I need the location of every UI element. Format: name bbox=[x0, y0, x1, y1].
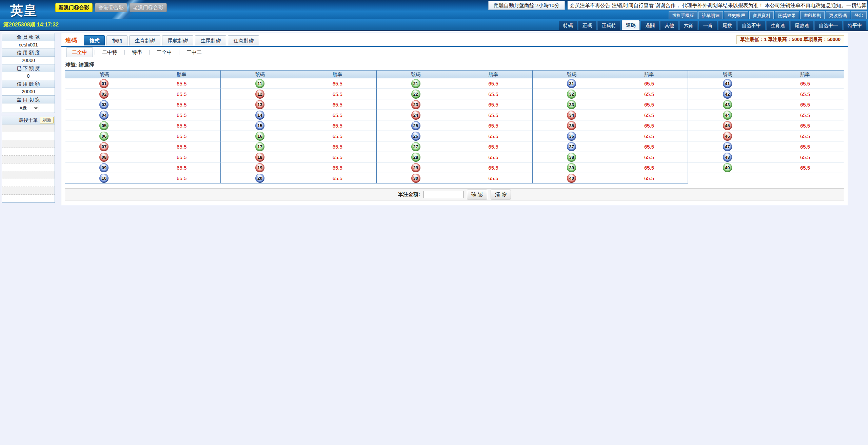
ball-cell-45[interactable]: 45 bbox=[688, 120, 766, 131]
ball-07: 07 bbox=[99, 142, 108, 151]
ball-cell-30[interactable]: 30 bbox=[377, 173, 455, 183]
ball-cell-04[interactable]: 04 bbox=[65, 110, 143, 120]
game-tab-7[interactable]: 六肖 bbox=[679, 21, 698, 30]
user-link-1[interactable]: 切换手機版 bbox=[669, 11, 697, 20]
clear-button[interactable]: 清 除 bbox=[491, 190, 511, 199]
mode-tab-3[interactable]: 生肖對碰 bbox=[129, 35, 160, 45]
ball-cell-19[interactable]: 19 bbox=[221, 162, 299, 173]
sub-tab-4[interactable]: 三全中 bbox=[151, 48, 177, 57]
ball-cell-44[interactable]: 44 bbox=[688, 110, 766, 120]
refresh-button[interactable]: 刷新 bbox=[40, 117, 54, 123]
ball-cell-15[interactable]: 15 bbox=[221, 120, 299, 131]
ball-cell-08[interactable]: 08 bbox=[65, 152, 143, 162]
period-and-time: 第2025308期 14:17:32 bbox=[3, 21, 59, 28]
game-tab-3[interactable]: 正碼特 bbox=[597, 21, 620, 30]
ball-cell-07[interactable]: 07 bbox=[65, 141, 143, 152]
user-link-8[interactable]: 登出 bbox=[851, 11, 867, 20]
ball-cell-34[interactable]: 34 bbox=[533, 110, 611, 120]
ball-cell-17[interactable]: 17 bbox=[221, 141, 299, 152]
ball-cell-18[interactable]: 18 bbox=[221, 152, 299, 162]
ball-cell-02[interactable]: 02 bbox=[65, 89, 143, 99]
odds-cell-31: 65.5 bbox=[611, 78, 689, 89]
ball-cell-24[interactable]: 24 bbox=[377, 110, 455, 120]
user-link-7[interactable]: 更改密碼 bbox=[826, 11, 850, 20]
bet-amount-input[interactable] bbox=[423, 191, 463, 198]
user-link-2[interactable]: 註單明細 bbox=[698, 11, 723, 20]
mode-tab-2[interactable]: 拖頭 bbox=[106, 35, 127, 45]
ball-cell-26[interactable]: 26 bbox=[377, 131, 455, 141]
game-tab-9[interactable]: 尾数 bbox=[718, 21, 736, 30]
ball-cell-25[interactable]: 25 bbox=[377, 120, 455, 131]
ball-cell-21[interactable]: 21 bbox=[377, 78, 455, 89]
game-tab-6[interactable]: 其他 bbox=[660, 21, 678, 30]
lottery-tab-3[interactable]: 老澳门⑥合彩 bbox=[130, 3, 167, 12]
ball-cell-36[interactable]: 36 bbox=[533, 131, 611, 141]
game-tab-11[interactable]: 生肖連 bbox=[766, 21, 789, 30]
ball-cell-39[interactable]: 39 bbox=[533, 162, 611, 173]
ball-cell-14[interactable]: 14 bbox=[221, 110, 299, 120]
mode-tab-1[interactable]: 複式 bbox=[84, 35, 105, 45]
ball-32: 32 bbox=[567, 90, 576, 99]
game-tab-10[interactable]: 自选不中 bbox=[737, 21, 765, 30]
ball-cell-03[interactable]: 03 bbox=[65, 99, 143, 110]
ball-cell-32[interactable]: 32 bbox=[533, 89, 611, 99]
ball-cell-23[interactable]: 23 bbox=[377, 99, 455, 110]
sub-tab-5[interactable]: 三中二 bbox=[181, 48, 207, 57]
ball-cell-28[interactable]: 28 bbox=[377, 152, 455, 162]
ball-cell-12[interactable]: 12 bbox=[221, 89, 299, 99]
user-link-5[interactable]: 開獎結果 bbox=[775, 11, 799, 20]
account-field-value-2: 20000 bbox=[2, 57, 55, 64]
ball-cell-29[interactable]: 29 bbox=[377, 162, 455, 173]
game-tab-4[interactable]: 連碼 bbox=[622, 20, 640, 30]
mode-tab-4[interactable]: 尾數對碰 bbox=[162, 35, 193, 45]
ball-cell-48[interactable]: 48 bbox=[688, 152, 766, 162]
ball-cell-06[interactable]: 06 bbox=[65, 131, 143, 141]
ball-cell-47[interactable]: 47 bbox=[688, 141, 766, 152]
account-field-label-1: 會員帳號 bbox=[2, 33, 55, 41]
account-field-label-4: 信用餘額 bbox=[2, 80, 55, 88]
ball-26: 26 bbox=[411, 132, 420, 141]
game-tab-8[interactable]: 一肖 bbox=[699, 21, 717, 30]
lottery-tab-2[interactable]: 香港⑥合彩 bbox=[95, 3, 127, 12]
ball-cell-16[interactable]: 16 bbox=[221, 131, 299, 141]
user-link-4[interactable]: 會員資料 bbox=[749, 11, 774, 20]
ball-cell-38[interactable]: 38 bbox=[533, 152, 611, 162]
ball-cell-22[interactable]: 22 bbox=[377, 89, 455, 99]
ball-cell-05[interactable]: 05 bbox=[65, 120, 143, 131]
ball-cell-43[interactable]: 43 bbox=[688, 99, 766, 110]
game-tab-13[interactable]: 自选中一 bbox=[814, 21, 842, 30]
ball-cell-40[interactable]: 40 bbox=[533, 173, 611, 183]
ball-cell-11[interactable]: 11 bbox=[221, 78, 299, 89]
ball-cell-46[interactable]: 46 bbox=[688, 131, 766, 141]
sub-tab-3[interactable]: 特串 bbox=[126, 48, 147, 57]
ball-cell-09[interactable]: 09 bbox=[65, 162, 143, 173]
ball-cell-33[interactable]: 33 bbox=[533, 99, 611, 110]
ball-cell-01[interactable]: 01 bbox=[65, 78, 143, 89]
mode-tab-5[interactable]: 生尾對碰 bbox=[195, 35, 226, 45]
ball-cell-37[interactable]: 37 bbox=[533, 141, 611, 152]
confirm-button[interactable]: 確 認 bbox=[467, 190, 487, 199]
ball-cell-41[interactable]: 41 bbox=[688, 78, 766, 89]
ball-cell-13[interactable]: 13 bbox=[221, 99, 299, 110]
mode-tab-6[interactable]: 任意對碰 bbox=[228, 35, 259, 45]
lottery-tab-1[interactable]: 新澳门⑥合彩 bbox=[55, 3, 93, 12]
ball-cell-42[interactable]: 42 bbox=[688, 89, 766, 99]
game-tab-14[interactable]: 特平中 bbox=[843, 21, 866, 30]
odds-cell-43: 65.5 bbox=[766, 99, 844, 110]
ball-cell-49[interactable]: 49 bbox=[688, 162, 766, 173]
ball-cell-20[interactable]: 20 bbox=[221, 173, 299, 183]
game-tab-12[interactable]: 尾數連 bbox=[790, 21, 813, 30]
ball-cell-27[interactable]: 27 bbox=[377, 141, 455, 152]
user-link-3[interactable]: 歷史帳戶 bbox=[724, 11, 748, 20]
ball-cell-35[interactable]: 35 bbox=[533, 120, 611, 131]
ball-cell-31[interactable]: 31 bbox=[533, 78, 611, 89]
sub-tab-2[interactable]: 二中特 bbox=[97, 48, 123, 57]
game-tab-1[interactable]: 特碼 bbox=[559, 21, 577, 30]
sub-tab-1[interactable]: 二全中 bbox=[66, 47, 93, 57]
plate-select[interactable]: A盘 bbox=[18, 105, 39, 111]
game-tab-5[interactable]: 過關 bbox=[641, 21, 659, 30]
user-link-6[interactable]: 遊戲規則 bbox=[800, 11, 825, 20]
game-tab-2[interactable]: 正碼 bbox=[578, 21, 596, 30]
ball-cell-10[interactable]: 10 bbox=[65, 173, 143, 183]
notice-text: 会员注单不再公告 注销,时间自行查看 谢谢合作， 代理手补外调划单结果以报表为准… bbox=[568, 1, 867, 9]
